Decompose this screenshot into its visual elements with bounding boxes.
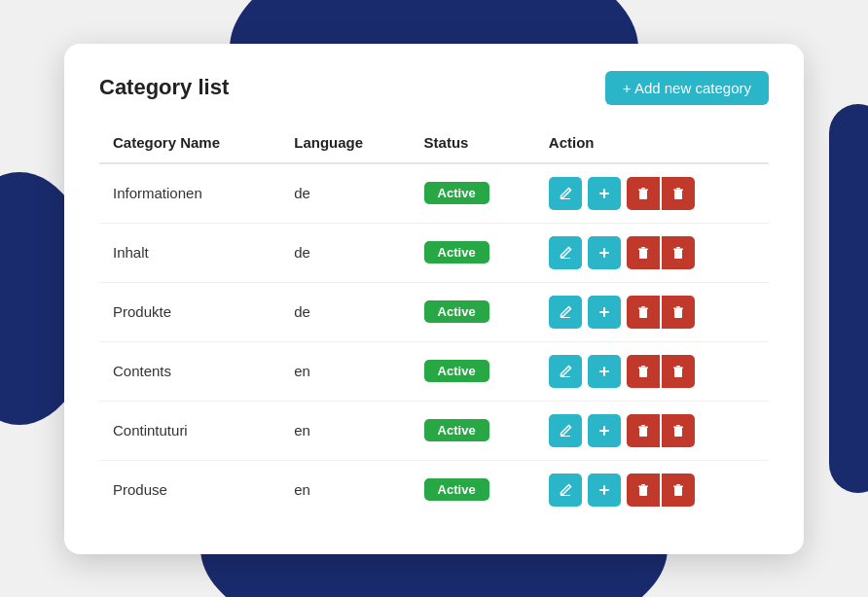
svg-rect-20 <box>676 306 680 308</box>
plus-icon <box>597 364 612 379</box>
delete-button-2[interactable] <box>662 296 695 329</box>
add-new-category-button[interactable]: + Add new category <box>605 71 769 105</box>
edit-button[interactable] <box>549 474 582 507</box>
svg-rect-16 <box>599 311 609 313</box>
cell-action <box>535 460 769 519</box>
delete-button-1[interactable] <box>627 236 660 269</box>
delete-button-2[interactable] <box>662 177 695 210</box>
trash-icon-2 <box>671 483 685 497</box>
table-row: Produse en Active <box>99 460 769 519</box>
svg-rect-3 <box>638 189 648 191</box>
add-subcategory-button[interactable] <box>588 414 621 447</box>
add-subcategory-button[interactable] <box>588 474 621 507</box>
table-row: Produkte de Active <box>99 282 769 341</box>
svg-rect-23 <box>599 370 609 372</box>
svg-rect-6 <box>676 188 680 190</box>
status-badge: Active <box>424 478 489 501</box>
add-subcategory-button[interactable] <box>588 177 621 210</box>
trash-icon-1 <box>636 305 650 319</box>
status-badge: Active <box>424 300 489 323</box>
cell-name: Contintuturi <box>99 401 280 460</box>
table-header: Category Name Language Status Action <box>99 124 769 163</box>
svg-rect-37 <box>599 489 609 491</box>
category-table: Category Name Language Status Action Inf… <box>99 124 769 519</box>
bg-shape-right <box>829 104 868 493</box>
delete-button-group <box>627 296 695 329</box>
status-badge: Active <box>424 360 489 382</box>
svg-rect-41 <box>676 484 680 486</box>
cell-action <box>535 341 769 401</box>
trash-icon-1 <box>636 246 650 260</box>
delete-button-1[interactable] <box>627 355 660 388</box>
trash-icon-2 <box>671 187 685 200</box>
cell-language: de <box>280 282 410 341</box>
svg-rect-13 <box>676 247 680 249</box>
svg-rect-0 <box>561 198 570 199</box>
cell-action <box>535 163 769 224</box>
trash-icon-1 <box>636 365 650 378</box>
page-title: Category list <box>99 75 229 100</box>
action-group <box>549 474 755 507</box>
delete-button-1[interactable] <box>627 177 660 210</box>
trash-icon-2 <box>671 305 685 319</box>
cell-name: Contents <box>99 341 280 401</box>
add-subcategory-button[interactable] <box>588 236 621 269</box>
svg-rect-7 <box>561 258 570 259</box>
svg-rect-5 <box>673 189 683 191</box>
cell-status: Active <box>411 282 535 341</box>
cell-name: Informationen <box>99 163 280 224</box>
edit-button[interactable] <box>549 177 582 210</box>
svg-rect-2 <box>599 193 609 194</box>
delete-button-group <box>627 236 695 269</box>
cell-name: Produkte <box>99 282 280 341</box>
col-header-status: Status <box>411 124 535 163</box>
cell-status: Active <box>411 401 535 460</box>
edit-button[interactable] <box>549 355 582 388</box>
status-badge: Active <box>424 419 489 441</box>
trash-icon-1 <box>636 424 650 438</box>
edit-icon <box>558 304 573 320</box>
svg-rect-28 <box>561 436 570 437</box>
col-header-action: Action <box>535 124 769 163</box>
svg-rect-10 <box>638 248 648 250</box>
svg-rect-27 <box>676 366 680 368</box>
status-badge: Active <box>424 182 489 204</box>
edit-button[interactable] <box>549 296 582 329</box>
main-card: Category list + Add new category Categor… <box>64 44 804 554</box>
delete-button-1[interactable] <box>627 474 660 507</box>
cell-status: Active <box>411 341 535 401</box>
delete-button-1[interactable] <box>627 296 660 329</box>
svg-rect-24 <box>638 367 648 369</box>
trash-icon-1 <box>636 187 650 200</box>
edit-button[interactable] <box>549 236 582 269</box>
action-group <box>549 355 755 388</box>
trash-icon-2 <box>671 246 685 260</box>
svg-rect-14 <box>561 317 570 318</box>
cell-language: en <box>280 460 410 519</box>
svg-rect-35 <box>561 495 570 496</box>
add-subcategory-button[interactable] <box>588 355 621 388</box>
svg-rect-26 <box>673 367 683 369</box>
action-group <box>549 236 755 269</box>
cell-status: Active <box>411 163 535 224</box>
action-group <box>549 414 755 447</box>
cell-status: Active <box>411 460 535 519</box>
delete-button-1[interactable] <box>627 414 660 447</box>
delete-button-2[interactable] <box>662 355 695 388</box>
cell-action <box>535 282 769 341</box>
edit-button[interactable] <box>549 414 582 447</box>
delete-button-group <box>627 414 695 447</box>
delete-button-2[interactable] <box>662 236 695 269</box>
card-header: Category list + Add new category <box>99 71 769 105</box>
delete-button-2[interactable] <box>662 414 695 447</box>
add-subcategory-button[interactable] <box>588 296 621 329</box>
svg-rect-32 <box>641 425 645 427</box>
plus-icon <box>597 482 612 498</box>
cell-action <box>535 223 769 282</box>
delete-button-2[interactable] <box>662 474 695 507</box>
svg-rect-31 <box>638 426 648 428</box>
edit-icon <box>558 186 573 201</box>
svg-rect-38 <box>638 485 648 487</box>
edit-icon <box>558 245 573 261</box>
trash-icon-2 <box>671 424 685 438</box>
